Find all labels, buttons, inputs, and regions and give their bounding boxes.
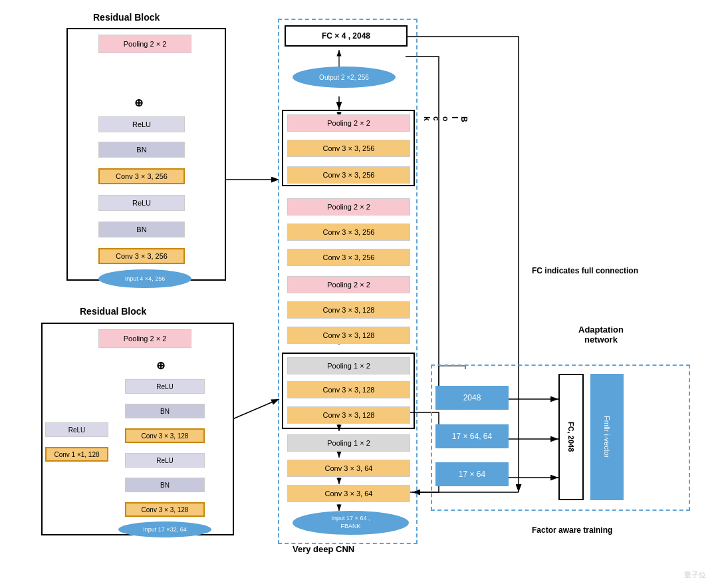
rb2-conv2: Conv 3 × 3, 128: [125, 502, 205, 517]
watermark: 量子位: [684, 570, 706, 580]
main-conv5: Conv 3 × 3, 128: [287, 301, 410, 319]
blue-rect-2048: 2048: [435, 386, 509, 410]
main-pool4: Pooling 1 × 2: [287, 357, 410, 374]
rb2-bn2: BN: [125, 478, 205, 492]
rb1-relu1: ReLU: [98, 116, 185, 132]
rb2-plus: ⊕: [156, 359, 165, 372]
rb1-pool: Pooling 2 × 2: [98, 35, 191, 53]
rb1-plus: ⊕: [134, 96, 143, 109]
main-conv7: Conv 3 × 3, 128: [287, 381, 410, 398]
rb2-input-ellipse: Input 17 ×32, 64: [118, 521, 211, 537]
block-label: Block: [422, 116, 469, 123]
rb1-input-ellipse: Input 4 ×4, 256: [98, 269, 191, 288]
main-pool5: Pooling 1 × 2: [287, 434, 410, 452]
main-pool2: Pooling 2 × 2: [287, 198, 410, 216]
main-conv9: Conv 3 × 3, 64: [287, 460, 410, 477]
rb1-conv1: Conv 3 × 3, 256: [98, 168, 185, 184]
blue-rect-17x64: 17 × 64: [435, 462, 509, 486]
main-conv1: Conv 3 × 3, 256: [287, 140, 410, 157]
main-pool1: Pooling 2 × 2: [287, 114, 410, 132]
rb2-relu1: ReLU: [125, 379, 205, 394]
fc-top-box: FC × 4 , 2048: [285, 25, 408, 47]
fc-indicates-label: FC indicates full connection: [532, 266, 638, 275]
rb2-side-relu: ReLU: [45, 422, 108, 437]
main-pool3: Pooling 2 × 2: [287, 276, 410, 293]
main-conv2: Conv 3 × 3, 256: [287, 166, 410, 184]
adaptation-network-title: Adaptationnetwork: [578, 325, 624, 345]
very-deep-cnn-label: Very deep CNN: [293, 544, 354, 554]
rb1-bn2: BN: [98, 221, 185, 237]
rb1-bn1: BN: [98, 142, 185, 158]
residual-block-1-title: Residual Block: [93, 12, 160, 23]
rb2-conv1: Conv 3 × 3, 128: [125, 428, 205, 443]
rb2-side-conv: Conv 1 ×1, 128: [45, 447, 108, 462]
rb1-relu2: ReLU: [98, 195, 185, 211]
rb2-bn1: BN: [125, 404, 205, 418]
factor-aware-label: Factor aware training: [532, 525, 612, 535]
main-conv6: Conv 3 × 3, 128: [287, 327, 410, 344]
main-conv10: Conv 3 × 3, 64: [287, 485, 410, 502]
rb1-conv2: Conv 3 × 3, 256: [98, 248, 185, 264]
blue-rect-17x64-64: 17 × 64, 64: [435, 424, 509, 448]
residual-block-2-title: Residual Block: [80, 306, 146, 317]
main-conv3: Conv 3 × 3, 256: [287, 223, 410, 241]
fmllr-vertical: Fmllr i-vector: [590, 374, 624, 500]
main-conv4: Conv 3 × 3, 256: [287, 249, 410, 266]
rb2-relu2: ReLU: [125, 453, 205, 468]
output-ellipse: Output 2 ×2, 256: [293, 67, 396, 88]
main-input-ellipse: Input 17 × 64 ,FBANK: [293, 511, 409, 535]
diagram-container: Residual Block Pooling 2 × 2 ⊕ ReLU BN C…: [0, 0, 718, 588]
main-conv8: Conv 3 × 3, 128: [287, 406, 410, 424]
fc-2048-vertical: FC, 2048: [558, 374, 584, 500]
rb2-pool: Pooling 2 × 2: [98, 329, 191, 348]
